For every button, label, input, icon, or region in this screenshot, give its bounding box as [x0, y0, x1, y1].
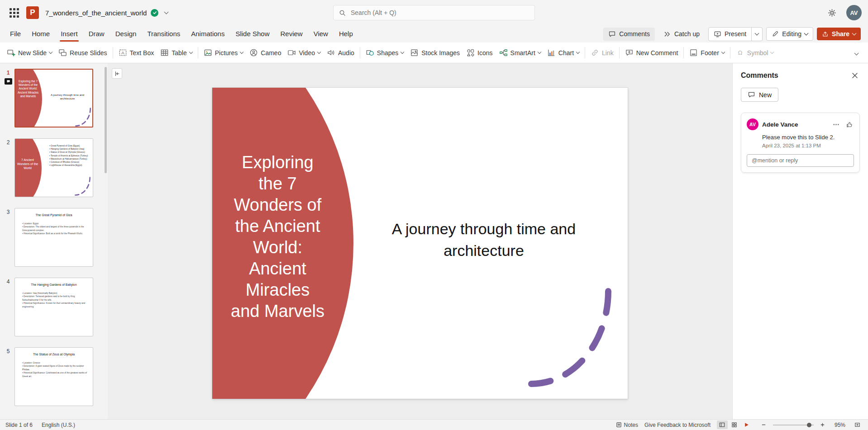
slide-count-label: Slide 1 of 6 [5, 422, 33, 428]
thumb-title-text: The Statue of Zeus at Olympia [19, 353, 89, 356]
feedback-link[interactable]: Give Feedback to Microsoft [644, 422, 711, 428]
search-bar[interactable] [333, 5, 535, 20]
table-button[interactable]: Table [157, 45, 195, 60]
comment-indicator-badge[interactable] [5, 78, 12, 85]
menu-draw[interactable]: Draw [83, 26, 110, 43]
shapes-button[interactable]: Shapes [362, 45, 407, 60]
thumb-title-text: The Great Pyramid of Giza [19, 213, 89, 217]
svg-text:A: A [121, 50, 124, 55]
chart-button[interactable]: Chart [544, 45, 582, 60]
video-button[interactable]: Video [284, 45, 324, 60]
ribbon-separator [730, 47, 730, 58]
zoom-level[interactable]: 95% [835, 422, 845, 428]
reuse-slides-icon [58, 48, 67, 57]
autosave-status-icon[interactable] [151, 9, 158, 17]
thumbnail-scrollbar[interactable] [105, 67, 107, 173]
new-comment-button[interactable]: New Comment [622, 45, 682, 60]
menu-help[interactable]: Help [334, 26, 358, 43]
decorative-dashes-shape[interactable] [457, 269, 628, 399]
slide-2-thumbnail[interactable]: 7 Ancient Wonders of the World Great Pyr… [14, 138, 93, 197]
present-split-button: Present [708, 27, 763, 41]
comment-more-actions-button[interactable] [831, 120, 841, 129]
comment-text: Please move this to Slide 2. [762, 134, 854, 141]
thumbs-up-icon[interactable] [844, 120, 854, 129]
slide-1-thumbnail[interactable]: Exploring the 7 Wonders of the Ancient W… [14, 69, 93, 128]
document-options-chevron-icon[interactable] [164, 9, 169, 14]
present-dropdown-chevron[interactable] [751, 28, 762, 41]
smartart-icon [499, 48, 508, 57]
menu-transitions[interactable]: Transitions [142, 26, 186, 43]
slide-editor[interactable]: Exploring the 7 Wonders of the Ancient W… [212, 88, 628, 399]
reuse-slides-button[interactable]: Reuse Slides [55, 45, 110, 60]
comment-thread-card[interactable]: AV Adele Vance Please move this to Slide… [741, 113, 860, 173]
view-switcher [717, 421, 752, 429]
menu-file[interactable]: File [5, 26, 26, 43]
zoom-in-button[interactable] [817, 421, 828, 429]
catch-up-button[interactable]: Catch up [658, 28, 705, 41]
present-label: Present [725, 30, 746, 38]
zoom-slider-knob[interactable] [807, 423, 811, 427]
search-input[interactable] [350, 9, 529, 17]
menu-slide-show[interactable]: Slide Show [230, 26, 275, 43]
slide-5-thumbnail[interactable]: The Statue of Zeus at Olympia Location: … [14, 347, 93, 406]
top-bar: P 7_wonders_of_the_ancient_world AV [0, 0, 868, 25]
slide-number: 1 [7, 70, 10, 76]
comment-author-name: Adele Vance [762, 121, 798, 128]
footer-button[interactable]: Footer [686, 45, 727, 60]
video-icon [287, 48, 296, 57]
slide-number: 2 [7, 139, 10, 146]
menu-design[interactable]: Design [110, 26, 142, 43]
text-box-button[interactable]: A Text Box [115, 45, 157, 60]
audio-button[interactable]: Audio [324, 45, 358, 60]
notes-label: Notes [624, 422, 638, 428]
normal-view-button[interactable] [717, 421, 728, 429]
ribbon-overflow-chevron[interactable] [849, 46, 864, 60]
editing-mode-dropdown[interactable]: Editing [766, 27, 813, 41]
collapse-thumbnail-pane-button[interactable] [112, 68, 122, 79]
menu-animations[interactable]: Animations [186, 26, 230, 43]
notes-toggle[interactable]: Notes [616, 422, 638, 428]
thumb-title-text: The Hanging Gardens of Babylon [19, 283, 89, 286]
smartart-button[interactable]: SmartArt [496, 45, 544, 60]
audio-icon [327, 48, 335, 57]
thumbnail-row-5: 5 The Statue of Zeus at Olympia Location… [2, 347, 108, 406]
icons-button[interactable]: Icons [463, 45, 496, 60]
menu-review[interactable]: Review [275, 26, 308, 43]
zoom-out-button[interactable] [758, 421, 769, 429]
share-button[interactable]: Share [817, 28, 861, 40]
stock-images-button[interactable]: Stock Images [407, 45, 463, 60]
text-box-icon: A [119, 48, 127, 57]
pictures-icon [204, 48, 212, 57]
comments-toggle-button[interactable]: Comments [603, 28, 655, 41]
powerpoint-logo[interactable]: P [26, 6, 39, 19]
language-selector[interactable]: English (U.S.) [42, 422, 75, 428]
comments-panel: Comments New AV Adele Vance Pleas [732, 63, 868, 419]
slide-3-thumbnail[interactable]: The Great Pyramid of Giza Location: Egyp… [14, 208, 93, 267]
menu-home[interactable]: Home [26, 26, 55, 43]
cameo-button[interactable]: Cameo [246, 45, 284, 60]
slide-title-textbox[interactable]: Exploring the 7 Wonders of the Ancient W… [222, 152, 333, 322]
slide-subtitle-textbox[interactable]: A journey through time and architecture [357, 218, 610, 261]
slide-sorter-view-button[interactable] [729, 421, 740, 429]
table-icon [160, 48, 169, 57]
slide-4-thumbnail[interactable]: The Hanging Gardens of Babylon Location:… [14, 278, 93, 336]
close-comments-button[interactable] [850, 71, 860, 80]
menu-view[interactable]: View [308, 26, 334, 43]
comment-reply-input[interactable] [747, 154, 854, 167]
zoom-slider[interactable] [773, 425, 814, 425]
present-button[interactable]: Present [709, 28, 751, 41]
app-launcher-button[interactable] [6, 5, 22, 20]
ribbon-separator [360, 47, 360, 58]
slideshow-view-button[interactable] [741, 421, 752, 429]
search-icon [339, 9, 346, 16]
settings-gear-button[interactable] [826, 7, 838, 19]
document-title[interactable]: 7_wonders_of_the_ancient_world [45, 9, 147, 17]
fit-to-window-button[interactable] [852, 421, 863, 429]
new-slide-button[interactable]: New Slide [4, 45, 55, 60]
menu-insert[interactable]: Insert [55, 26, 83, 43]
account-avatar[interactable]: AV [846, 5, 862, 20]
new-comment-thread-button[interactable]: New [741, 88, 778, 102]
slide-canvas-area: Exploring the 7 Wonders of the Ancient W… [108, 63, 732, 419]
present-icon [714, 30, 721, 38]
pictures-button[interactable]: Pictures [200, 45, 247, 60]
